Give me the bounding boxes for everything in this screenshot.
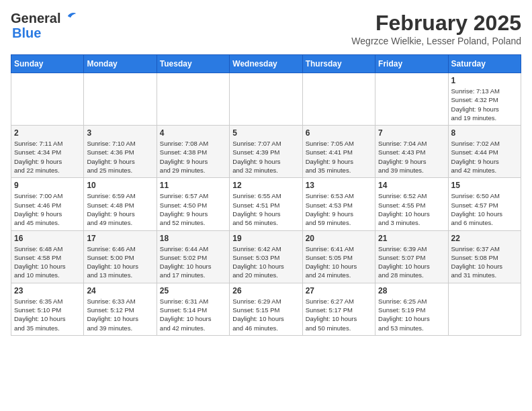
logo: General Blue	[11, 11, 76, 40]
calendar-cell: 24Sunrise: 6:33 AM Sunset: 5:12 PM Dayli…	[84, 283, 157, 335]
title-block: February 2025 Wegrzce Wielkie, Lesser Po…	[351, 11, 521, 46]
location-text: Wegrzce Wielkie, Lesser Poland, Poland	[351, 36, 521, 46]
day-number: 2	[14, 128, 81, 138]
calendar-cell: 16Sunrise: 6:48 AM Sunset: 4:58 PM Dayli…	[11, 230, 84, 283]
calendar-cell: 27Sunrise: 6:27 AM Sunset: 5:17 PM Dayli…	[302, 283, 375, 335]
calendar-cell	[302, 73, 375, 126]
day-info: Sunrise: 7:02 AM Sunset: 4:44 PM Dayligh…	[451, 139, 518, 175]
day-info: Sunrise: 7:00 AM Sunset: 4:46 PM Dayligh…	[14, 191, 81, 227]
calendar-cell: 2Sunrise: 7:11 AM Sunset: 4:34 PM Daylig…	[11, 126, 84, 178]
calendar-cell: 11Sunrise: 6:57 AM Sunset: 4:50 PM Dayli…	[157, 178, 229, 230]
calendar-cell: 25Sunrise: 6:31 AM Sunset: 5:14 PM Dayli…	[157, 283, 229, 335]
col-header-wednesday: Wednesday	[230, 55, 302, 73]
day-info: Sunrise: 6:48 AM Sunset: 4:58 PM Dayligh…	[14, 244, 81, 280]
col-header-monday: Monday	[84, 55, 157, 73]
day-number: 27	[306, 286, 372, 295]
col-header-saturday: Saturday	[448, 55, 521, 73]
day-number: 17	[87, 234, 153, 243]
day-info: Sunrise: 6:35 AM Sunset: 5:10 PM Dayligh…	[14, 297, 81, 332]
calendar-cell: 9Sunrise: 7:00 AM Sunset: 4:46 PM Daylig…	[11, 178, 84, 230]
calendar-cell: 22Sunrise: 6:37 AM Sunset: 5:08 PM Dayli…	[448, 230, 521, 283]
month-title: February 2025	[351, 11, 521, 36]
day-number: 23	[14, 286, 81, 295]
calendar-week-row: 2Sunrise: 7:11 AM Sunset: 4:34 PM Daylig…	[11, 126, 521, 178]
calendar-cell	[448, 283, 521, 335]
calendar-cell: 12Sunrise: 6:55 AM Sunset: 4:51 PM Dayli…	[230, 178, 302, 230]
day-number: 8	[451, 128, 518, 138]
calendar-cell: 26Sunrise: 6:29 AM Sunset: 5:15 PM Dayli…	[230, 283, 302, 335]
calendar-cell	[375, 73, 448, 126]
day-info: Sunrise: 7:10 AM Sunset: 4:36 PM Dayligh…	[87, 139, 153, 175]
calendar-cell: 19Sunrise: 6:42 AM Sunset: 5:03 PM Dayli…	[230, 230, 302, 283]
calendar-cell: 8Sunrise: 7:02 AM Sunset: 4:44 PM Daylig…	[448, 126, 521, 178]
day-number: 24	[87, 286, 153, 295]
calendar-cell: 17Sunrise: 6:46 AM Sunset: 5:00 PM Dayli…	[84, 230, 157, 283]
day-info: Sunrise: 6:44 AM Sunset: 5:02 PM Dayligh…	[160, 244, 226, 280]
day-info: Sunrise: 7:08 AM Sunset: 4:38 PM Dayligh…	[160, 139, 226, 175]
calendar-cell: 23Sunrise: 6:35 AM Sunset: 5:10 PM Dayli…	[11, 283, 84, 335]
day-info: Sunrise: 7:07 AM Sunset: 4:39 PM Dayligh…	[232, 139, 299, 175]
calendar-cell	[84, 73, 157, 126]
day-number: 20	[306, 234, 372, 243]
calendar-cell: 10Sunrise: 6:59 AM Sunset: 4:48 PM Dayli…	[84, 178, 157, 230]
day-number: 11	[160, 181, 226, 190]
calendar-cell: 13Sunrise: 6:53 AM Sunset: 4:53 PM Dayli…	[302, 178, 375, 230]
page-header: General Blue February 2025 Wegrzce Wielk…	[11, 11, 521, 46]
calendar-cell: 18Sunrise: 6:44 AM Sunset: 5:02 PM Dayli…	[157, 230, 229, 283]
day-info: Sunrise: 7:13 AM Sunset: 4:32 PM Dayligh…	[451, 87, 518, 122]
calendar-week-row: 1Sunrise: 7:13 AM Sunset: 4:32 PM Daylig…	[11, 73, 521, 126]
day-info: Sunrise: 7:11 AM Sunset: 4:34 PM Dayligh…	[14, 139, 81, 175]
calendar-cell	[230, 73, 302, 126]
day-info: Sunrise: 6:27 AM Sunset: 5:17 PM Dayligh…	[306, 297, 372, 332]
logo-bird-icon	[61, 11, 76, 23]
calendar-table: SundayMondayTuesdayWednesdayThursdayFrid…	[11, 54, 521, 336]
day-number: 13	[306, 181, 372, 190]
col-header-friday: Friday	[375, 55, 448, 73]
day-info: Sunrise: 6:52 AM Sunset: 4:55 PM Dayligh…	[378, 191, 445, 227]
logo-blue-text: Blue	[12, 26, 41, 40]
day-info: Sunrise: 6:57 AM Sunset: 4:50 PM Dayligh…	[160, 191, 226, 227]
day-number: 15	[451, 181, 518, 190]
calendar-header-row: SundayMondayTuesdayWednesdayThursdayFrid…	[11, 55, 521, 73]
day-info: Sunrise: 7:04 AM Sunset: 4:43 PM Dayligh…	[378, 139, 445, 175]
day-info: Sunrise: 6:53 AM Sunset: 4:53 PM Dayligh…	[306, 191, 372, 227]
day-info: Sunrise: 6:42 AM Sunset: 5:03 PM Dayligh…	[232, 244, 299, 280]
day-info: Sunrise: 6:29 AM Sunset: 5:15 PM Dayligh…	[232, 297, 299, 332]
calendar-week-row: 9Sunrise: 7:00 AM Sunset: 4:46 PM Daylig…	[11, 178, 521, 230]
day-number: 6	[306, 128, 372, 138]
calendar-cell	[11, 73, 84, 126]
calendar-cell: 28Sunrise: 6:25 AM Sunset: 5:19 PM Dayli…	[375, 283, 448, 335]
calendar-cell: 4Sunrise: 7:08 AM Sunset: 4:38 PM Daylig…	[157, 126, 229, 178]
day-info: Sunrise: 6:46 AM Sunset: 5:00 PM Dayligh…	[87, 244, 153, 280]
day-info: Sunrise: 6:50 AM Sunset: 4:57 PM Dayligh…	[451, 191, 518, 227]
day-number: 10	[87, 181, 153, 190]
calendar-cell: 1Sunrise: 7:13 AM Sunset: 4:32 PM Daylig…	[448, 73, 521, 126]
calendar-cell: 20Sunrise: 6:41 AM Sunset: 5:05 PM Dayli…	[302, 230, 375, 283]
col-header-thursday: Thursday	[302, 55, 375, 73]
calendar-cell	[157, 73, 229, 126]
calendar-cell: 5Sunrise: 7:07 AM Sunset: 4:39 PM Daylig…	[230, 126, 302, 178]
calendar-week-row: 23Sunrise: 6:35 AM Sunset: 5:10 PM Dayli…	[11, 283, 521, 335]
col-header-sunday: Sunday	[11, 55, 84, 73]
day-number: 4	[160, 128, 226, 138]
day-info: Sunrise: 6:55 AM Sunset: 4:51 PM Dayligh…	[232, 191, 299, 227]
day-number: 28	[378, 286, 445, 295]
col-header-tuesday: Tuesday	[157, 55, 229, 73]
day-number: 3	[87, 128, 153, 138]
day-info: Sunrise: 6:37 AM Sunset: 5:08 PM Dayligh…	[451, 244, 518, 280]
day-info: Sunrise: 6:25 AM Sunset: 5:19 PM Dayligh…	[378, 297, 445, 332]
day-number: 16	[14, 234, 81, 243]
day-info: Sunrise: 6:41 AM Sunset: 5:05 PM Dayligh…	[306, 244, 372, 280]
calendar-cell: 21Sunrise: 6:39 AM Sunset: 5:07 PM Dayli…	[375, 230, 448, 283]
day-number: 19	[232, 234, 299, 243]
day-number: 9	[14, 181, 81, 190]
calendar-cell: 14Sunrise: 6:52 AM Sunset: 4:55 PM Dayli…	[375, 178, 448, 230]
day-number: 25	[160, 286, 226, 295]
day-number: 7	[378, 128, 445, 138]
day-number: 1	[451, 76, 518, 85]
calendar-week-row: 16Sunrise: 6:48 AM Sunset: 4:58 PM Dayli…	[11, 230, 521, 283]
calendar-cell: 15Sunrise: 6:50 AM Sunset: 4:57 PM Dayli…	[448, 178, 521, 230]
day-number: 18	[160, 234, 226, 243]
calendar-cell: 6Sunrise: 7:05 AM Sunset: 4:41 PM Daylig…	[302, 126, 375, 178]
day-info: Sunrise: 7:05 AM Sunset: 4:41 PM Dayligh…	[306, 139, 372, 175]
